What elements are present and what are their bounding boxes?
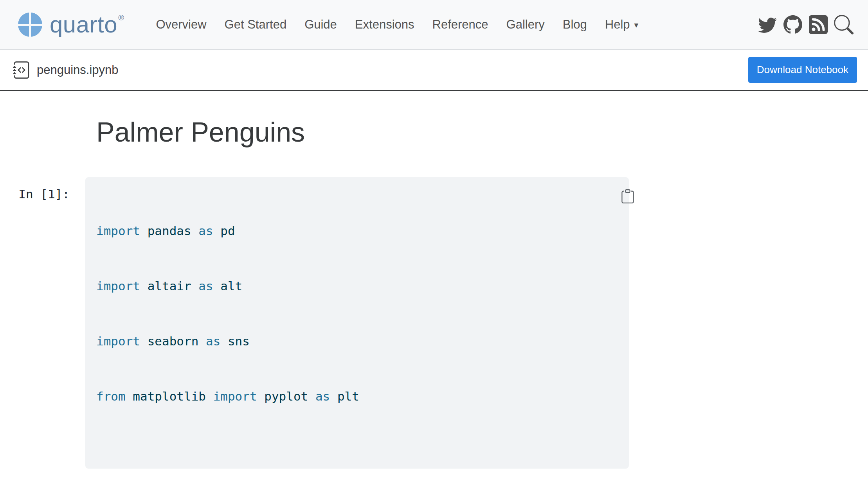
code-block-imports: import pandas as pd import altair as alt… (85, 177, 629, 469)
nav-item-extensions[interactable]: Extensions (346, 18, 423, 32)
nav-item-overview[interactable]: Overview (147, 18, 215, 32)
nav-item-get-started[interactable]: Get Started (216, 18, 296, 32)
nav-item-blog[interactable]: Blog (554, 18, 596, 32)
notebook-file-info: penguins.ipynb (13, 61, 119, 79)
navbar-icon-group (757, 14, 854, 35)
brand-wordmark: quarto® (50, 13, 124, 36)
quarto-brand-link[interactable]: quarto® (18, 12, 124, 37)
github-icon[interactable] (783, 14, 803, 35)
code-cell-1: In [1]: import pandas as pd import altai… (0, 177, 868, 469)
quarto-logo-icon (18, 12, 43, 37)
chevron-down-icon: ▾ (634, 21, 639, 29)
nav-item-help[interactable]: Help▾ (596, 18, 647, 32)
quarto-notebook-page: quarto® Overview Get Started Guide Exten… (0, 0, 868, 478)
code-line: import pandas as pd (96, 222, 618, 240)
journal-code-icon (13, 61, 30, 79)
cell-execution-label: In [1]: (0, 177, 85, 203)
page-title: Palmer Penguins (96, 116, 868, 149)
notebook-file-bar: penguins.ipynb Download Notebook (0, 50, 868, 91)
download-notebook-button[interactable]: Download Notebook (748, 57, 857, 83)
registered-mark: ® (118, 14, 124, 22)
top-navbar: quarto® Overview Get Started Guide Exten… (0, 0, 868, 50)
search-icon[interactable] (834, 14, 854, 35)
rss-icon[interactable] (808, 14, 828, 35)
notebook-content: Palmer Penguins In [1]: import pandas as… (0, 116, 868, 478)
notebook-filename: penguins.ipynb (37, 63, 119, 77)
copy-code-icon[interactable] (606, 183, 621, 198)
nav-item-gallery[interactable]: Gallery (497, 18, 554, 32)
code-line: from matplotlib import pyplot as plt (96, 387, 618, 406)
code-line: import altair as alt (96, 277, 618, 295)
main-nav: Overview Get Started Guide Extensions Re… (147, 18, 647, 32)
code-line: import seaborn as sns (96, 332, 618, 350)
nav-item-guide[interactable]: Guide (295, 18, 346, 32)
nav-item-reference[interactable]: Reference (423, 18, 497, 32)
twitter-icon[interactable] (757, 14, 778, 35)
